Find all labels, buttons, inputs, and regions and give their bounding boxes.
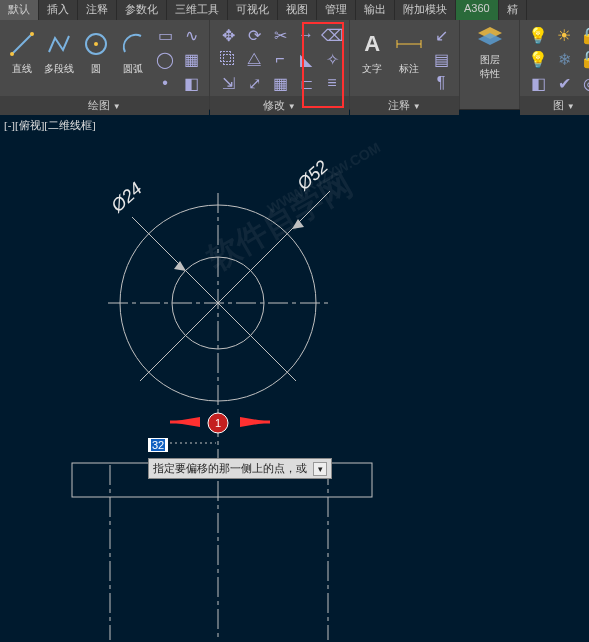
tab-more[interactable]: 精 <box>499 0 527 20</box>
circle-button[interactable]: 圆 <box>80 24 113 80</box>
panel-draw: 直线 多段线 圆 圆弧 ▭ ∿ ◯ ▦ • ◧ 绘图 <box>0 20 210 109</box>
step-marker: 1 <box>215 417 221 429</box>
polyline-label: 多段线 <box>44 62 74 76</box>
explode-icon[interactable]: ✧ <box>320 48 344 70</box>
copy-icon[interactable]: ⿻ <box>216 48 240 70</box>
tab-a360[interactable]: A360 <box>456 0 499 20</box>
tab-view[interactable]: 视图 <box>278 0 317 20</box>
svg-marker-21 <box>174 261 186 271</box>
table-icon[interactable]: ▤ <box>429 48 453 70</box>
command-tooltip: 指定要偏移的那一侧上的点，或 ▾ <box>148 458 332 479</box>
mtext-icon[interactable]: ¶ <box>429 72 453 94</box>
bulb-on-icon[interactable]: 💡 <box>526 24 550 46</box>
move-icon[interactable]: ✥ <box>216 24 240 46</box>
offset-icon[interactable]: ⊏ <box>294 72 318 94</box>
tab-annotate[interactable]: 注释 <box>78 0 117 20</box>
align-icon[interactable]: ≡ <box>320 72 344 94</box>
isolate-icon[interactable]: ◎ <box>578 72 589 94</box>
panel-annotate: A 文字 标注 ↙ ▤ ¶ 注释 <box>350 20 460 109</box>
dim-outer: Ø52 <box>293 156 332 194</box>
tab-parametric[interactable]: 参数化 <box>117 0 167 20</box>
dim-inner: Ø24 <box>107 178 146 216</box>
rotate-icon[interactable]: ⟳ <box>242 24 266 46</box>
layerprops-label: 图层 特性 <box>480 53 500 81</box>
text-label: 文字 <box>362 62 382 76</box>
sun-icon[interactable]: ☀ <box>552 24 576 46</box>
line-button[interactable]: 直线 <box>6 24 39 80</box>
ellipse-icon[interactable]: ◯ <box>153 48 177 70</box>
tab-manage[interactable]: 管理 <box>317 0 356 20</box>
layers-icon <box>474 23 506 51</box>
svg-point-4 <box>94 42 98 46</box>
scale-icon[interactable]: ⤢ <box>242 72 266 94</box>
svg-marker-19 <box>292 219 304 229</box>
tab-insert[interactable]: 插入 <box>39 0 78 20</box>
unlock-icon[interactable]: 🔓 <box>578 48 589 70</box>
panel-layer-title[interactable]: 图 <box>520 96 589 115</box>
panel-layer: 图层 特性 <box>460 20 520 109</box>
tooltip-down-icon[interactable]: ▾ <box>313 462 327 476</box>
lock-icon[interactable]: 🔒 <box>578 24 589 46</box>
circle-icon <box>80 28 112 60</box>
svg-point-1 <box>10 52 14 56</box>
offset-distance-value[interactable]: 32 <box>151 439 165 451</box>
tab-visual[interactable]: 可视化 <box>228 0 278 20</box>
point-icon[interactable]: • <box>153 72 177 94</box>
panel-layer-tools: 💡 ☀ 🔒 💡 ❄ 🔓 ◧ ✔ ◎ 图 <box>520 20 589 109</box>
dim-label: 标注 <box>399 62 419 76</box>
line-icon <box>6 28 38 60</box>
array-icon[interactable]: ▦ <box>268 72 292 94</box>
freeze-icon[interactable]: ❄ <box>552 48 576 70</box>
panel-modify-title[interactable]: 修改 <box>210 96 349 115</box>
tooltip-text: 指定要偏移的那一侧上的点，或 <box>153 461 307 476</box>
offset-distance-input[interactable]: 32 <box>148 438 168 452</box>
match-icon[interactable]: ✔ <box>552 72 576 94</box>
polyline-icon <box>43 28 75 60</box>
circle-label: 圆 <box>91 62 101 76</box>
stretch-icon[interactable]: ⇲ <box>216 72 240 94</box>
extend-icon[interactable]: ↔ <box>294 24 318 46</box>
svg-line-0 <box>12 34 32 54</box>
leader-icon[interactable]: ↙ <box>429 24 453 46</box>
polyline-button[interactable]: 多段线 <box>43 24 76 80</box>
arc-label: 圆弧 <box>123 62 143 76</box>
setcurrent-icon[interactable]: ◧ <box>526 72 550 94</box>
erase-icon[interactable]: ⌫ <box>320 24 344 46</box>
tab-default[interactable]: 默认 <box>0 0 39 20</box>
mirror-icon[interactable]: ⧋ <box>242 48 266 70</box>
panel-draw-title[interactable]: 绘图 <box>0 96 209 115</box>
bulb-off-icon[interactable]: 💡 <box>526 48 550 70</box>
line-label: 直线 <box>12 62 32 76</box>
hatch-icon[interactable]: ▦ <box>179 48 203 70</box>
text-button[interactable]: A 文字 <box>356 24 389 80</box>
tab-addon[interactable]: 附加模块 <box>395 0 456 20</box>
drawing-canvas[interactable]: Ø52 Ø24 1 <box>0 115 589 642</box>
panel-annotate-title[interactable]: 注释 <box>350 96 459 115</box>
arc-icon <box>117 28 149 60</box>
arc-button[interactable]: 圆弧 <box>116 24 149 80</box>
chamfer-icon[interactable]: ◣ <box>294 48 318 70</box>
spline-icon[interactable]: ∿ <box>179 24 203 46</box>
text-icon: A <box>356 28 388 60</box>
trim-icon[interactable]: ✂ <box>268 24 292 46</box>
dim-icon <box>393 28 425 60</box>
ribbon-tabbar: 默认 插入 注释 参数化 三维工具 可视化 视图 管理 输出 附加模块 A360… <box>0 0 589 20</box>
tab-3dtools[interactable]: 三维工具 <box>167 0 228 20</box>
svg-point-2 <box>30 32 34 36</box>
ribbon: 直线 多段线 圆 圆弧 ▭ ∿ ◯ ▦ • ◧ 绘图 <box>0 20 589 110</box>
layerprops-button[interactable]: 图层 特性 <box>466 24 513 80</box>
fillet-icon[interactable]: ⌐ <box>268 48 292 70</box>
rect-icon[interactable]: ▭ <box>153 24 177 46</box>
tab-output[interactable]: 输出 <box>356 0 395 20</box>
dim-button[interactable]: 标注 <box>393 24 426 80</box>
region-icon[interactable]: ◧ <box>179 72 203 94</box>
panel-modify: ✥ ⟳ ✂ ↔ ⌫ ⿻ ⧋ ⌐ ◣ ✧ ⇲ ⤢ ▦ ⊏ ≡ 修改 <box>210 20 350 109</box>
